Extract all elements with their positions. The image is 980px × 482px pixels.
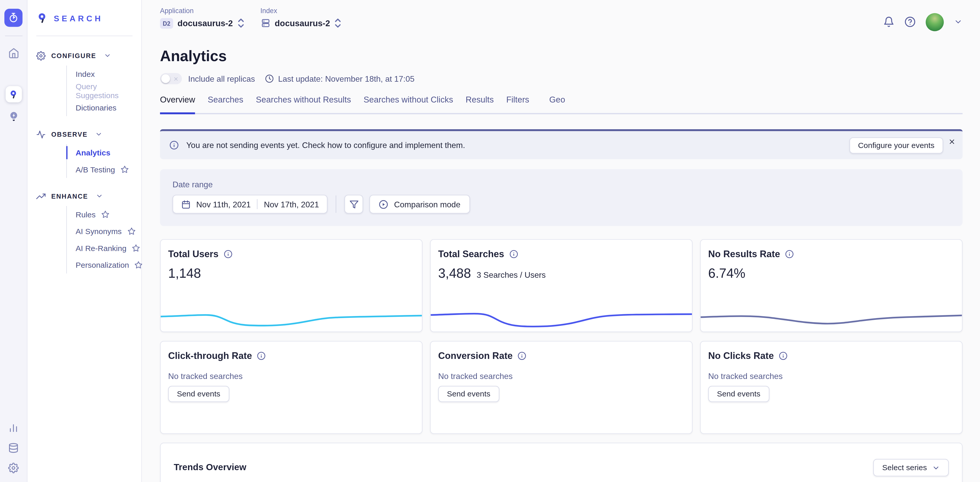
sidebar-nav: CONFIGURE Index Query Suggestions Dictio…	[27, 36, 141, 273]
date-range-section: Date range Nov 11th, 2021 Nov 17th, 2021	[160, 169, 963, 226]
chevron-down-icon[interactable]	[954, 17, 963, 26]
info-icon[interactable]	[257, 351, 266, 360]
comparison-mode-button[interactable]: Comparison mode	[370, 195, 470, 214]
replicas-toggle-row: Include all replicas Last update: Novemb…	[160, 73, 963, 84]
info-icon[interactable]	[785, 249, 794, 258]
info-icon[interactable]	[518, 351, 527, 360]
analytics-tabs: Overview Searches Searches without Resul…	[160, 95, 963, 114]
events-banner: You are not sending events yet. Check ho…	[160, 129, 963, 159]
sidebar-item-dictionaries[interactable]: Dictionaries	[67, 99, 141, 116]
card-title: Total Searches	[438, 249, 504, 259]
application-selector-group: Application D2 docusaurus-2	[160, 7, 244, 29]
updown-chevron-icon	[334, 17, 341, 29]
card-title: No Results Rate	[708, 249, 780, 259]
home-icon[interactable]	[8, 48, 19, 59]
section-header-observe[interactable]: OBSERVE	[27, 128, 141, 141]
select-series-button[interactable]: Select series	[873, 459, 949, 476]
sidebar-item-ai-re-ranking[interactable]: AI Re-Ranking	[67, 240, 141, 257]
help-icon[interactable]	[904, 16, 916, 27]
main-area: Application D2 docusaurus-2 Index	[142, 0, 980, 482]
application-selector[interactable]: D2 docusaurus-2	[160, 17, 244, 29]
tab-results[interactable]: Results	[466, 95, 493, 114]
icon-rail	[0, 0, 27, 482]
info-icon[interactable]	[779, 351, 788, 360]
calendar-icon	[181, 200, 191, 209]
tab-searches[interactable]: Searches	[208, 95, 243, 114]
nav-section-configure: CONFIGURE Index Query Suggestions Dictio…	[27, 49, 141, 116]
configure-events-button[interactable]: Configure your events	[850, 137, 943, 153]
tab-geo[interactable]: Geo	[549, 95, 565, 114]
empty-status-text: No tracked searches	[438, 371, 684, 381]
sidebar-item-personalization[interactable]: Personalization	[67, 257, 141, 274]
date-range-end: Nov 17th, 2021	[264, 200, 319, 209]
filter-button[interactable]	[345, 195, 363, 214]
star-icon	[101, 211, 110, 219]
index-label: Index	[260, 7, 341, 14]
section-label: OBSERVE	[51, 130, 88, 138]
info-icon	[170, 141, 179, 150]
send-events-button[interactable]: Send events	[438, 386, 499, 402]
bar-chart-icon[interactable]	[8, 423, 19, 433]
top-bar: Application D2 docusaurus-2 Index	[160, 0, 963, 42]
date-range-picker[interactable]: Nov 11th, 2021 Nov 17th, 2021	[173, 195, 328, 214]
application-badge: D2	[160, 18, 173, 28]
application-value: docusaurus-2	[178, 19, 233, 28]
sidebar-item-ai-synonyms[interactable]: AI Synonyms	[67, 223, 141, 240]
total-users-sparkline	[161, 300, 422, 328]
star-icon	[127, 227, 135, 236]
sidebar-item-ab-testing[interactable]: A/B Testing	[67, 161, 141, 178]
include-replicas-toggle[interactable]	[160, 73, 182, 84]
total-searches-card: Total Searches 3,488 3 Searches / Users	[430, 239, 693, 332]
empty-status-text: No tracked searches	[708, 371, 954, 381]
card-value: 6.74%	[708, 266, 745, 281]
recommend-product-tile[interactable]	[8, 111, 19, 123]
index-selector-group: Index docusaurus-2	[260, 7, 341, 29]
index-value: docusaurus-2	[275, 19, 330, 28]
rail-bottom-icons	[8, 423, 19, 473]
chevron-down-icon	[96, 192, 103, 200]
star-icon	[132, 244, 140, 252]
sidebar-item-query-suggestions[interactable]: Query Suggestions	[67, 82, 141, 100]
card-title: Total Users	[168, 249, 219, 259]
trends-overview-card: Trends Overview Select series	[160, 443, 963, 482]
database-icon[interactable]	[8, 443, 19, 453]
no-results-rate-card: No Results Rate 6.74%	[700, 239, 963, 332]
top-bar-actions	[883, 8, 963, 36]
tab-searches-without-clicks[interactable]: Searches without Clicks	[363, 95, 453, 114]
tab-filters[interactable]: Filters	[506, 95, 529, 114]
send-events-button[interactable]: Send events	[708, 386, 769, 402]
info-icon[interactable]	[224, 249, 232, 258]
sidebar-item-index[interactable]: Index	[67, 65, 141, 82]
tab-overview[interactable]: Overview	[160, 95, 195, 114]
info-icon[interactable]	[509, 249, 518, 258]
search-logo[interactable]: SEARCH	[27, 9, 141, 27]
crawler-app-tile[interactable]	[4, 9, 22, 27]
no-results-rate-sparkline	[701, 300, 962, 328]
date-range-start: Nov 11th, 2021	[196, 200, 251, 209]
index-selector[interactable]: docusaurus-2	[260, 17, 341, 29]
rail-divider	[5, 36, 22, 36]
section-header-enhance[interactable]: ENHANCE	[27, 190, 141, 203]
send-events-button[interactable]: Send events	[168, 386, 229, 402]
search-product-tile[interactable]	[5, 86, 22, 102]
close-icon[interactable]	[948, 138, 956, 146]
chevron-down-icon	[103, 52, 111, 59]
updown-chevron-icon	[237, 17, 244, 29]
funnel-icon	[349, 200, 359, 209]
click-through-rate-card: Click-through Rate No tracked searches S…	[160, 341, 423, 434]
sidebar: SEARCH CONFIGURE	[27, 0, 142, 482]
search-icon	[8, 89, 19, 99]
index-icon	[260, 18, 270, 28]
sidebar-item-analytics[interactable]: Analytics	[67, 144, 141, 161]
bell-icon[interactable]	[883, 16, 895, 27]
section-header-configure[interactable]: CONFIGURE	[27, 49, 141, 62]
sidebar-item-rules[interactable]: Rules	[67, 206, 141, 223]
card-title: Conversion Rate	[438, 350, 512, 361]
section-label: CONFIGURE	[51, 52, 96, 59]
toggle-knob	[161, 74, 170, 83]
gear-icon[interactable]	[8, 463, 19, 473]
user-avatar[interactable]	[926, 13, 944, 31]
section-label: ENHANCE	[51, 192, 88, 200]
total-users-card: Total Users 1,148	[160, 239, 423, 332]
tab-searches-without-results[interactable]: Searches without Results	[256, 95, 351, 114]
